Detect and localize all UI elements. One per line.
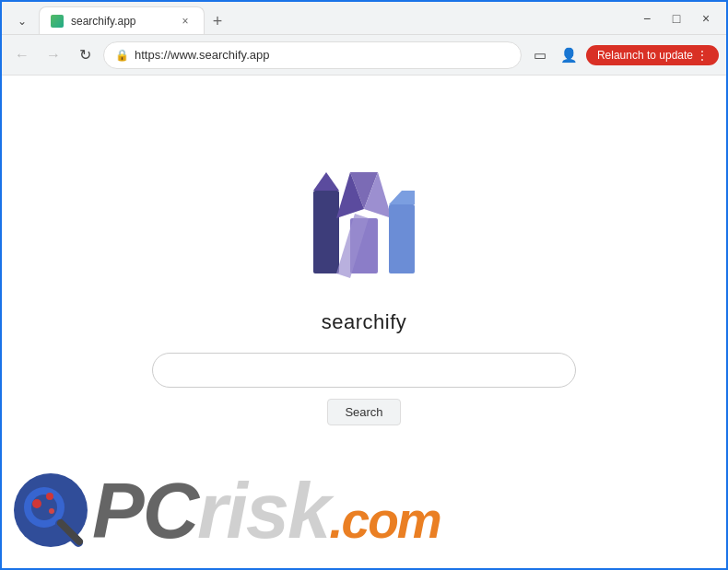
forward-button[interactable]: → bbox=[41, 42, 66, 68]
back-button[interactable]: ← bbox=[9, 42, 35, 68]
svg-marker-7 bbox=[389, 191, 415, 204]
address-bar: ← → ↻ 🔒 https://www.searchify.app ▭ 👤 Re… bbox=[2, 35, 726, 76]
tab-title: searchify.app bbox=[71, 15, 170, 28]
svg-rect-6 bbox=[389, 204, 415, 273]
title-bar: ⌄ searchify.app × + − □ × bbox=[2, 2, 726, 35]
reload-button[interactable]: ↻ bbox=[72, 42, 98, 68]
browser-frame: ⌄ searchify.app × + − □ × ← → ↻ 🔒 ht bbox=[0, 0, 728, 570]
secure-lock-icon: 🔒 bbox=[115, 49, 129, 62]
window-controls: − □ × bbox=[634, 6, 719, 31]
active-tab[interactable]: searchify.app × bbox=[39, 6, 205, 34]
close-window-button[interactable]: × bbox=[693, 6, 719, 31]
tab-list-button[interactable]: ⌄ bbox=[9, 8, 35, 34]
tab-area: ⌄ searchify.app × + bbox=[9, 2, 634, 34]
cast-icon: ▭ bbox=[534, 47, 546, 64]
relaunch-menu-icon: ⋮ bbox=[697, 49, 708, 62]
search-button[interactable]: Search bbox=[327, 399, 400, 425]
cast-button[interactable]: ▭ bbox=[527, 42, 553, 68]
search-input[interactable] bbox=[152, 353, 576, 388]
site-name-label: searchify bbox=[322, 310, 407, 334]
svg-marker-1 bbox=[313, 172, 339, 191]
relaunch-label: Relaunch to update bbox=[597, 49, 693, 62]
url-display: https://www.searchify.app bbox=[135, 48, 510, 62]
browser-window: ⌄ searchify.app × + − □ × ← → ↻ 🔒 ht bbox=[0, 0, 728, 570]
profile-icon: 👤 bbox=[560, 47, 578, 64]
relaunch-button[interactable]: Relaunch to update ⋮ bbox=[586, 45, 719, 65]
tab-close-button[interactable]: × bbox=[178, 14, 193, 29]
profile-button[interactable]: 👤 bbox=[557, 42, 582, 68]
tab-favicon bbox=[51, 15, 64, 28]
page-content: searchify Search bbox=[2, 76, 726, 568]
browser-action-buttons: ▭ 👤 Relaunch to update ⋮ bbox=[527, 42, 719, 68]
search-box: Search bbox=[152, 353, 576, 425]
new-tab-button[interactable]: + bbox=[205, 8, 230, 34]
svg-rect-0 bbox=[313, 191, 339, 273]
site-logo-container bbox=[304, 163, 424, 296]
maximize-button[interactable]: □ bbox=[663, 6, 689, 31]
minimize-button[interactable]: − bbox=[634, 6, 660, 31]
address-bar-input-wrapper[interactable]: 🔒 https://www.searchify.app bbox=[103, 41, 522, 69]
site-logo-svg bbox=[304, 163, 424, 292]
